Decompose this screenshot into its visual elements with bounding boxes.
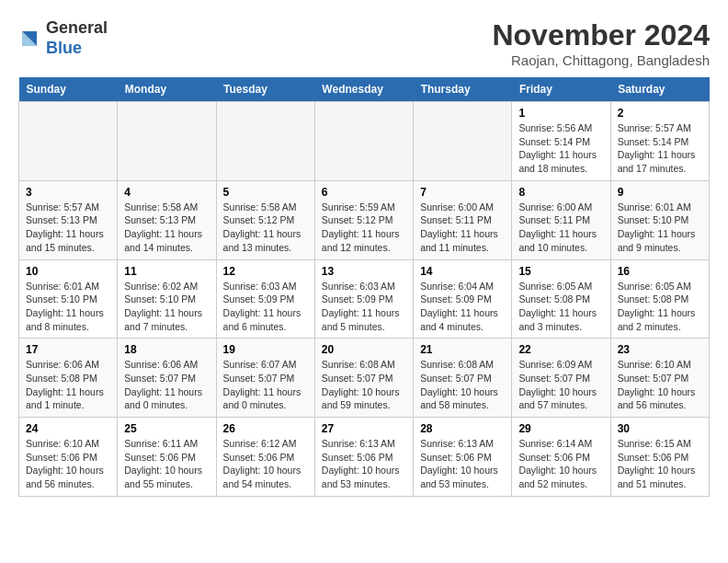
day-info: Sunrise: 6:13 AMSunset: 5:06 PMDaylight:… — [420, 437, 505, 491]
day-info: Sunrise: 5:59 AMSunset: 5:12 PMDaylight:… — [322, 201, 406, 255]
day-number: 21 — [420, 343, 505, 356]
calendar-cell: 27Sunrise: 6:13 AMSunset: 5:06 PMDayligh… — [314, 418, 413, 497]
day-number: 9 — [618, 186, 702, 199]
day-number: 27 — [322, 422, 406, 435]
calendar-week-4: 17Sunrise: 6:06 AMSunset: 5:08 PMDayligh… — [19, 339, 710, 418]
day-number: 10 — [26, 265, 110, 278]
calendar-cell — [216, 102, 314, 181]
weekday-header-thursday: Thursday — [414, 77, 512, 102]
calendar-body: 1Sunrise: 5:56 AMSunset: 5:14 PMDaylight… — [19, 102, 710, 497]
day-info: Sunrise: 6:12 AMSunset: 5:06 PMDaylight:… — [223, 437, 308, 491]
calendar-cell: 8Sunrise: 6:00 AMSunset: 5:11 PMDaylight… — [512, 180, 610, 259]
calendar-cell: 28Sunrise: 6:13 AMSunset: 5:06 PMDayligh… — [414, 418, 512, 497]
calendar-cell: 14Sunrise: 6:04 AMSunset: 5:09 PMDayligh… — [414, 259, 512, 339]
day-number: 6 — [322, 186, 406, 199]
calendar-cell — [414, 102, 512, 181]
calendar-cell: 9Sunrise: 6:01 AMSunset: 5:10 PMDaylight… — [610, 180, 709, 259]
logo-text: General Blue — [46, 18, 108, 58]
calendar-cell: 21Sunrise: 6:08 AMSunset: 5:07 PMDayligh… — [414, 339, 512, 418]
day-info: Sunrise: 6:13 AMSunset: 5:06 PMDaylight:… — [322, 437, 406, 491]
calendar-cell: 24Sunrise: 6:10 AMSunset: 5:06 PMDayligh… — [19, 418, 118, 497]
day-info: Sunrise: 6:00 AMSunset: 5:11 PMDaylight:… — [420, 201, 505, 255]
day-number: 14 — [420, 265, 505, 278]
day-info: Sunrise: 6:08 AMSunset: 5:07 PMDaylight:… — [420, 358, 505, 412]
calendar-week-5: 24Sunrise: 6:10 AMSunset: 5:06 PMDayligh… — [19, 418, 710, 497]
logo: General Blue — [18, 18, 108, 58]
day-number: 4 — [124, 186, 209, 199]
day-info: Sunrise: 6:02 AMSunset: 5:10 PMDaylight:… — [124, 280, 209, 334]
day-number: 19 — [223, 343, 308, 356]
calendar-cell: 26Sunrise: 6:12 AMSunset: 5:06 PMDayligh… — [216, 418, 314, 497]
day-info: Sunrise: 6:03 AMSunset: 5:09 PMDaylight:… — [322, 280, 406, 334]
title-block: November 2024 Raojan, Chittagong, Bangla… — [492, 18, 710, 68]
day-info: Sunrise: 6:06 AMSunset: 5:07 PMDaylight:… — [124, 358, 209, 412]
calendar-week-2: 3Sunrise: 5:57 AMSunset: 5:13 PMDaylight… — [19, 180, 710, 259]
weekday-header-row: SundayMondayTuesdayWednesdayThursdayFrid… — [19, 77, 710, 102]
day-number: 11 — [124, 265, 209, 278]
calendar-cell — [118, 102, 216, 181]
day-info: Sunrise: 6:03 AMSunset: 5:09 PMDaylight:… — [223, 280, 308, 334]
day-number: 7 — [420, 186, 505, 199]
calendar-week-1: 1Sunrise: 5:56 AMSunset: 5:14 PMDaylight… — [19, 102, 710, 181]
day-number: 16 — [618, 265, 702, 278]
month-title: November 2024 — [492, 18, 710, 52]
page-header: General Blue November 2024 Raojan, Chitt… — [18, 18, 710, 68]
location: Raojan, Chittagong, Bangladesh — [492, 52, 710, 68]
calendar-cell: 2Sunrise: 5:57 AMSunset: 5:14 PMDaylight… — [610, 102, 709, 181]
day-info: Sunrise: 6:11 AMSunset: 5:06 PMDaylight:… — [124, 437, 209, 491]
day-number: 12 — [223, 265, 308, 278]
day-number: 18 — [124, 343, 209, 356]
calendar-cell: 25Sunrise: 6:11 AMSunset: 5:06 PMDayligh… — [118, 418, 216, 497]
day-info: Sunrise: 6:04 AMSunset: 5:09 PMDaylight:… — [420, 280, 505, 334]
day-info: Sunrise: 6:15 AMSunset: 5:06 PMDaylight:… — [618, 437, 702, 491]
weekday-header-sunday: Sunday — [19, 77, 118, 102]
day-number: 30 — [618, 422, 702, 435]
calendar-cell: 5Sunrise: 5:58 AMSunset: 5:12 PMDaylight… — [216, 180, 314, 259]
calendar-cell: 22Sunrise: 6:09 AMSunset: 5:07 PMDayligh… — [512, 339, 610, 418]
calendar-cell: 29Sunrise: 6:14 AMSunset: 5:06 PMDayligh… — [512, 418, 610, 497]
day-info: Sunrise: 6:06 AMSunset: 5:08 PMDaylight:… — [26, 358, 110, 412]
calendar-cell: 19Sunrise: 6:07 AMSunset: 5:07 PMDayligh… — [216, 339, 314, 418]
day-number: 24 — [26, 422, 110, 435]
day-number: 26 — [223, 422, 308, 435]
day-number: 15 — [518, 265, 603, 278]
day-number: 1 — [518, 107, 603, 120]
calendar-cell: 6Sunrise: 5:59 AMSunset: 5:12 PMDaylight… — [314, 180, 413, 259]
weekday-header-tuesday: Tuesday — [216, 77, 314, 102]
calendar-cell: 12Sunrise: 6:03 AMSunset: 5:09 PMDayligh… — [216, 259, 314, 339]
calendar-cell: 15Sunrise: 6:05 AMSunset: 5:08 PMDayligh… — [512, 259, 610, 339]
calendar-cell: 20Sunrise: 6:08 AMSunset: 5:07 PMDayligh… — [314, 339, 413, 418]
calendar-cell: 17Sunrise: 6:06 AMSunset: 5:08 PMDayligh… — [19, 339, 118, 418]
day-info: Sunrise: 6:00 AMSunset: 5:11 PMDaylight:… — [518, 201, 603, 255]
calendar-table: SundayMondayTuesdayWednesdayThursdayFrid… — [18, 77, 710, 497]
day-number: 28 — [420, 422, 505, 435]
calendar-cell: 11Sunrise: 6:02 AMSunset: 5:10 PMDayligh… — [118, 259, 216, 339]
day-info: Sunrise: 6:09 AMSunset: 5:07 PMDaylight:… — [518, 358, 603, 412]
weekday-header-wednesday: Wednesday — [314, 77, 413, 102]
day-number: 29 — [518, 422, 603, 435]
day-number: 3 — [26, 186, 110, 199]
day-number: 20 — [322, 343, 406, 356]
day-info: Sunrise: 6:10 AMSunset: 5:06 PMDaylight:… — [26, 437, 110, 491]
day-info: Sunrise: 6:01 AMSunset: 5:10 PMDaylight:… — [26, 280, 110, 334]
calendar-cell: 23Sunrise: 6:10 AMSunset: 5:07 PMDayligh… — [610, 339, 709, 418]
calendar-cell: 3Sunrise: 5:57 AMSunset: 5:13 PMDaylight… — [19, 180, 118, 259]
calendar-cell: 1Sunrise: 5:56 AMSunset: 5:14 PMDaylight… — [512, 102, 610, 181]
calendar-cell — [314, 102, 413, 181]
weekday-header-friday: Friday — [512, 77, 610, 102]
day-number: 22 — [518, 343, 603, 356]
day-info: Sunrise: 6:14 AMSunset: 5:06 PMDaylight:… — [518, 437, 603, 491]
day-number: 2 — [618, 107, 702, 120]
logo-icon — [18, 28, 40, 50]
day-info: Sunrise: 5:57 AMSunset: 5:13 PMDaylight:… — [26, 201, 110, 255]
calendar-cell: 10Sunrise: 6:01 AMSunset: 5:10 PMDayligh… — [19, 259, 118, 339]
calendar-week-3: 10Sunrise: 6:01 AMSunset: 5:10 PMDayligh… — [19, 259, 710, 339]
day-info: Sunrise: 5:56 AMSunset: 5:14 PMDaylight:… — [518, 121, 603, 176]
day-number: 13 — [322, 265, 406, 278]
calendar-cell: 18Sunrise: 6:06 AMSunset: 5:07 PMDayligh… — [118, 339, 216, 418]
day-number: 25 — [124, 422, 209, 435]
day-info: Sunrise: 6:08 AMSunset: 5:07 PMDaylight:… — [322, 358, 406, 412]
calendar-cell: 30Sunrise: 6:15 AMSunset: 5:06 PMDayligh… — [610, 418, 709, 497]
calendar-cell: 7Sunrise: 6:00 AMSunset: 5:11 PMDaylight… — [414, 180, 512, 259]
day-info: Sunrise: 6:05 AMSunset: 5:08 PMDaylight:… — [518, 280, 603, 334]
